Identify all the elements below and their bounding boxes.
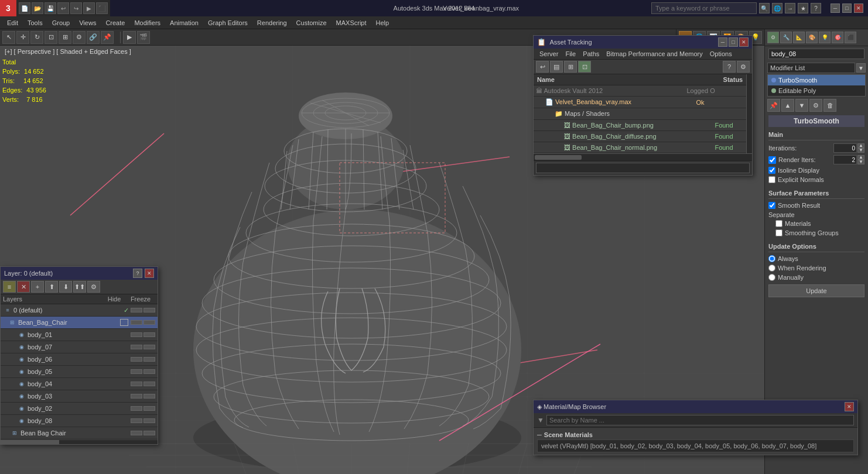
at-minimize-btn[interactable]: ─ (718, 37, 727, 47)
layer-body04[interactable]: ◉ body_04 (1, 378, 158, 390)
layer-body01[interactable]: ◉ body_01 (1, 329, 158, 341)
lt-btn-settings[interactable]: ⚙ (87, 281, 100, 293)
at-menu-file[interactable]: File (562, 50, 579, 58)
undo-btn[interactable]: ↩ (57, 2, 69, 14)
app-icon[interactable]: 3 (0, 0, 16, 16)
manually-radio[interactable] (768, 274, 775, 281)
select-btn[interactable]: ↖ (2, 31, 15, 44)
mat-search-input[interactable] (546, 415, 854, 425)
at-row-folder[interactable]: 📁 Maps / Shaders (534, 108, 746, 120)
at-h-scrollbar[interactable] (534, 153, 752, 160)
at-menu-paths[interactable]: Paths (579, 50, 603, 58)
menu-views[interactable]: Views (74, 18, 101, 28)
tb8[interactable]: 📌 (101, 31, 114, 44)
lt-btn-add[interactable]: + (31, 281, 44, 293)
iterations-down[interactable]: ▼ (857, 148, 864, 153)
layers-scrollbar[interactable] (1, 439, 158, 444)
configure-btn[interactable]: ⚙ (809, 99, 822, 112)
at-menu-server[interactable]: Server (536, 50, 562, 58)
materials-check[interactable] (775, 220, 782, 227)
lt-btn-delete[interactable]: ✕ (17, 281, 30, 293)
layers-close-btn[interactable]: ✕ (145, 269, 154, 278)
lt-btn-move2[interactable]: ⬇ (59, 281, 72, 293)
restore-btn[interactable]: □ (842, 4, 852, 13)
redo-btn[interactable]: ↪ (70, 2, 82, 14)
arrow-btn[interactable]: → (785, 3, 795, 13)
at-row-file[interactable]: 📄 Velvet_Beanbag_vray.max Ok (534, 97, 746, 108)
scene-mat-header[interactable]: ─ Scene Materials (537, 430, 854, 439)
close-btn[interactable]: ✕ (854, 4, 863, 13)
mat-browser-close[interactable]: ✕ (845, 402, 854, 411)
explicit-normals-check[interactable] (768, 176, 775, 183)
star-btn[interactable]: ★ (798, 3, 808, 13)
layer-bean-bag-chair-obj[interactable]: ⊞ Bean Bag Chair (1, 427, 158, 439)
modifier-turbosmooth[interactable]: TurboSmooth (768, 75, 865, 85)
tb5[interactable]: ⊞ (59, 31, 71, 44)
modifier-editable-poly[interactable]: Editable Poly (768, 85, 865, 96)
tb6[interactable]: ⚙ (73, 31, 86, 44)
at-tb3[interactable]: ⊞ (564, 61, 577, 73)
menu-maxscript[interactable]: MAXScript (332, 18, 371, 28)
lt-btn-move1[interactable]: ⬆ (45, 281, 58, 293)
smooth-result-check[interactable] (768, 202, 775, 209)
menu-graph-editors[interactable]: Graph Editors (203, 18, 252, 28)
modifier-list-arrow[interactable]: ▼ (856, 63, 866, 73)
at-help-btn[interactable]: ? (723, 61, 736, 73)
menu-animation[interactable]: Animation (165, 18, 203, 28)
at-tb2[interactable]: ▤ (550, 61, 563, 73)
asset-scrollbar[interactable] (746, 74, 752, 153)
new-btn[interactable]: 📄 (19, 2, 30, 14)
layer-body02[interactable]: ◉ body_02 (1, 403, 158, 415)
at-row-vault[interactable]: 🏛 Autodesk Vault 2012 Logged O (534, 85, 746, 97)
at-row-bump[interactable]: 🖼 Bean_Bag_Chair_bump.png Found (534, 120, 746, 131)
mod-icon-7[interactable]: ⬛ (845, 32, 856, 43)
at-close-btn[interactable]: ✕ (739, 37, 749, 47)
at-restore-btn[interactable]: □ (729, 37, 738, 47)
rotate-btn[interactable]: ↻ (30, 31, 43, 44)
render-iters-input[interactable] (833, 155, 857, 164)
smoothing-groups-check[interactable] (775, 229, 782, 236)
render-iters-down[interactable]: ▼ (857, 160, 864, 164)
move-up-btn[interactable]: ▲ (781, 99, 794, 112)
qt-btn-6[interactable]: ▶ (83, 2, 95, 14)
pin-btn[interactable]: 📌 (767, 99, 780, 112)
at-row-normal[interactable]: 🖼 Bean_Bag_Chair_normal.png Found (534, 142, 746, 153)
delete-btn[interactable]: 🗑 (823, 99, 836, 112)
mod-icon-4[interactable]: 🎨 (806, 32, 818, 43)
layer-bean-bag-chair[interactable]: ⊞ Bean_Bag_Chair (1, 317, 158, 329)
search-input[interactable] (651, 2, 757, 14)
render-iters-check[interactable] (768, 156, 776, 164)
layer-default[interactable]: ≡ 0 (default) ✓ (1, 304, 158, 317)
minimize-btn[interactable]: ─ (831, 4, 840, 13)
mod-icon-5[interactable]: 💡 (819, 32, 831, 43)
web-btn[interactable]: 🌐 (772, 3, 782, 13)
at-menu-bitmap[interactable]: Bitmap Performance and Memory (603, 50, 706, 58)
move-down-btn[interactable]: ▼ (795, 99, 808, 112)
mod-icon-3[interactable]: 📐 (793, 32, 805, 43)
menu-help[interactable]: Help (371, 18, 394, 28)
move-btn[interactable]: ✛ (16, 31, 29, 44)
menu-customize[interactable]: Customize (292, 18, 332, 28)
at-tb1[interactable]: ↩ (536, 61, 549, 73)
at-col-name[interactable]: Name (534, 74, 684, 85)
always-radio[interactable] (768, 255, 775, 262)
menu-tools[interactable]: Tools (23, 18, 47, 28)
update-btn[interactable]: Update (768, 284, 864, 297)
at-col-status[interactable]: Status (684, 74, 746, 85)
tb10[interactable]: 🎬 (137, 31, 150, 44)
layer-body03[interactable]: ◉ body_03 (1, 390, 158, 403)
menu-group[interactable]: Group (47, 18, 75, 28)
save-btn[interactable]: 💾 (45, 2, 56, 14)
at-menu-options[interactable]: Options (706, 50, 736, 58)
menu-rendering[interactable]: Rendering (252, 18, 292, 28)
lt-btn-layers[interactable]: ≡ (3, 281, 16, 293)
iterations-input[interactable] (833, 143, 857, 153)
mod-icon-1[interactable]: ⚙ (767, 32, 779, 43)
mod-icon-6[interactable]: 🎯 (832, 32, 843, 43)
object-name-field[interactable] (768, 49, 864, 59)
layer-body07[interactable]: ◉ body_07 (1, 341, 158, 353)
open-btn[interactable]: 📂 (32, 2, 43, 14)
layer-body06[interactable]: ◉ body_06 (1, 353, 158, 366)
layers-help-btn[interactable]: ? (133, 269, 142, 278)
asset-search-input[interactable] (536, 163, 750, 173)
